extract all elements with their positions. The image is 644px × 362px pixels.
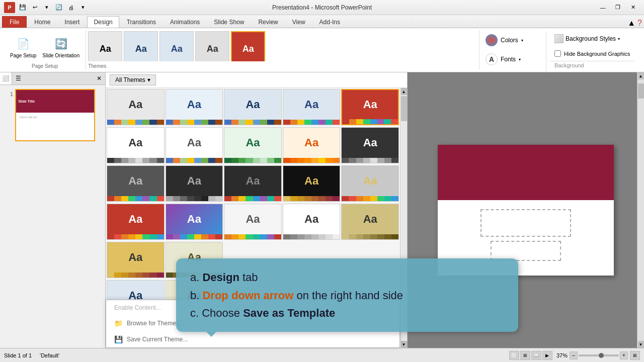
- design-highlight: Design: [202, 271, 239, 284]
- hide-bg-option[interactable]: Hide Background Graphics: [550, 48, 634, 59]
- redo-btn[interactable]: 🔄: [53, 2, 64, 13]
- bg-styles-arrow: ▾: [618, 37, 620, 41]
- theme-cell-1-5[interactable]: Aa: [341, 89, 399, 125]
- dropdown-item-save[interactable]: 💾 Save Current Theme...: [106, 331, 399, 347]
- theme-colors-4-4: [283, 234, 340, 239]
- canvas-scroll-thumb-v[interactable]: [638, 83, 644, 99]
- theme-cell-3-5[interactable]: Aa: [341, 165, 399, 202]
- theme-cell-3-4[interactable]: Aa: [283, 165, 341, 202]
- scroll-up-btn[interactable]: ▲: [401, 88, 407, 95]
- slide-orientation-button[interactable]: 🔄 Slide Orientation: [40, 35, 82, 59]
- save-quick-btn[interactable]: 💾: [17, 2, 28, 13]
- canvas-scroll-up[interactable]: ▲: [638, 72, 644, 79]
- zoom-out-btn[interactable]: –: [570, 351, 578, 359]
- theme-cell-3-3[interactable]: Aa: [224, 165, 282, 202]
- theme-colors-4-1: [107, 234, 164, 239]
- slide-sorter-btn[interactable]: ⊞: [520, 351, 530, 360]
- slide-thumb-1[interactable]: Slide Title Click to add text: [15, 89, 95, 141]
- slide-orientation-icon: 🔄: [53, 36, 69, 52]
- minimize-btn[interactable]: —: [596, 3, 610, 13]
- quick-access-toolbar[interactable]: 💾 ↩ ▾ 🔄 🖨 ▾: [17, 2, 89, 13]
- theme-cell-5-1[interactable]: Aa: [107, 242, 165, 278]
- theme-aa-2-2: Aa: [166, 128, 223, 158]
- theme-cell-4-1[interactable]: Aa: [107, 204, 165, 240]
- tab-animations[interactable]: Animations: [164, 16, 206, 28]
- slideshow-btn[interactable]: ▶: [542, 351, 552, 360]
- title-bar: P 💾 ↩ ▾ 🔄 🖨 ▾ Presentation4 - Microsoft …: [0, 0, 644, 15]
- undo-btn[interactable]: ↩: [29, 2, 40, 13]
- theme-item-2[interactable]: Aa: [124, 31, 158, 61]
- colors-option[interactable]: Colors ▾: [481, 31, 542, 49]
- maximize-btn[interactable]: ❐: [611, 3, 625, 13]
- slide-main[interactable]: [438, 145, 614, 276]
- theme-item-4[interactable]: Aa: [195, 31, 229, 61]
- background-section-label: Background: [550, 61, 634, 69]
- powerpoint-icon: P: [4, 2, 15, 13]
- slide-header-bg: [438, 145, 614, 200]
- tab-transitions[interactable]: Transitions: [120, 16, 163, 28]
- theme-cell-3-2[interactable]: Aa: [166, 165, 223, 202]
- theme-cell-1-2[interactable]: Aa: [166, 89, 223, 125]
- theme-cell-2-2[interactable]: Aa: [166, 127, 223, 163]
- theme-cell-1-3[interactable]: Aa: [224, 89, 282, 125]
- slide-body: [438, 200, 614, 268]
- close-btn[interactable]: ✕: [626, 3, 640, 13]
- theme-cell-2-3[interactable]: Aa: [224, 127, 282, 163]
- theme-item-5[interactable]: Aa: [231, 31, 265, 61]
- theme-cell-4-3[interactable]: Aa: [224, 204, 282, 240]
- theme-colors-1-1: [107, 120, 164, 125]
- tab-addins[interactable]: Add-Ins: [313, 16, 347, 28]
- zoom-slider-thumb[interactable]: [599, 353, 604, 358]
- tab-design[interactable]: Design: [87, 16, 119, 28]
- theme-colors-5-1: [107, 273, 164, 278]
- panel-tab-list[interactable]: ☰: [12, 72, 24, 84]
- scroll-thumb[interactable]: [401, 96, 407, 121]
- all-themes-button[interactable]: All Themes ▾: [110, 74, 156, 85]
- window-title: Presentation4 - Microsoft PowerPoint: [0, 4, 644, 11]
- tab-file[interactable]: File: [2, 16, 27, 28]
- slide-info: Slide 1 of 1: [4, 352, 32, 358]
- theme-colors-2-3: [224, 158, 281, 163]
- window-controls[interactable]: — ❐ ✕: [596, 3, 640, 13]
- zoom-in-btn[interactable]: +: [620, 351, 628, 359]
- scroll-down-btn[interactable]: ▼: [401, 341, 407, 348]
- undo-arrow[interactable]: ▾: [41, 2, 52, 13]
- tab-home[interactable]: Home: [28, 16, 57, 28]
- panel-close-btn[interactable]: ✕: [93, 72, 105, 84]
- theme-cell-4-2[interactable]: Aa: [166, 204, 223, 240]
- reading-view-btn[interactable]: 📖: [531, 351, 541, 360]
- print-btn[interactable]: 🖨: [65, 2, 76, 13]
- fonts-option[interactable]: A Fonts ▾: [481, 50, 542, 68]
- theme-cell-2-1[interactable]: Aa: [107, 127, 165, 163]
- theme-colors-3-2: [166, 196, 223, 201]
- normal-view-btn[interactable]: ⬜: [509, 351, 519, 360]
- ribbon-collapse-btn[interactable]: ▲: [627, 19, 635, 28]
- tab-view[interactable]: View: [286, 16, 312, 28]
- background-styles-button[interactable]: Background Styles ▾: [550, 31, 634, 46]
- panel-tab-icon[interactable]: ⬜: [0, 72, 12, 84]
- theme-item-default[interactable]: Aa: [88, 31, 122, 61]
- theme-cell-1-1[interactable]: Aa: [107, 89, 165, 125]
- tab-insert[interactable]: Insert: [58, 16, 86, 28]
- theme-aa-4-1: Aa: [107, 204, 164, 234]
- zoom-level: 37%: [556, 352, 568, 358]
- more-btn[interactable]: ▾: [77, 2, 89, 13]
- canvas-scroll-down[interactable]: ▼: [638, 341, 644, 348]
- theme-cell-4-4[interactable]: Aa: [283, 204, 341, 240]
- help-btn[interactable]: ?: [637, 19, 642, 28]
- tab-review[interactable]: Review: [252, 16, 284, 28]
- fit-slide-btn[interactable]: ⊞: [630, 351, 640, 360]
- colors-icon: [486, 34, 498, 46]
- theme-cell-2-4[interactable]: Aa: [283, 127, 341, 163]
- theme-item-3[interactable]: Aa: [159, 31, 194, 61]
- theme-cell-2-5[interactable]: Aa: [341, 127, 399, 163]
- theme-cell-3-1[interactable]: Aa: [107, 165, 165, 202]
- hide-bg-checkbox[interactable]: [554, 50, 561, 57]
- theme-colors-4-3: [224, 234, 281, 239]
- theme-cell-4-5[interactable]: Aa: [341, 204, 399, 240]
- tab-slideshow[interactable]: Slide Show: [207, 16, 251, 28]
- page-setup-button[interactable]: 📄 Page Setup: [8, 35, 38, 59]
- zoom-slider-area[interactable]: – +: [570, 351, 628, 359]
- theme-cell-1-4[interactable]: Aa: [283, 89, 341, 125]
- zoom-slider[interactable]: [579, 354, 619, 356]
